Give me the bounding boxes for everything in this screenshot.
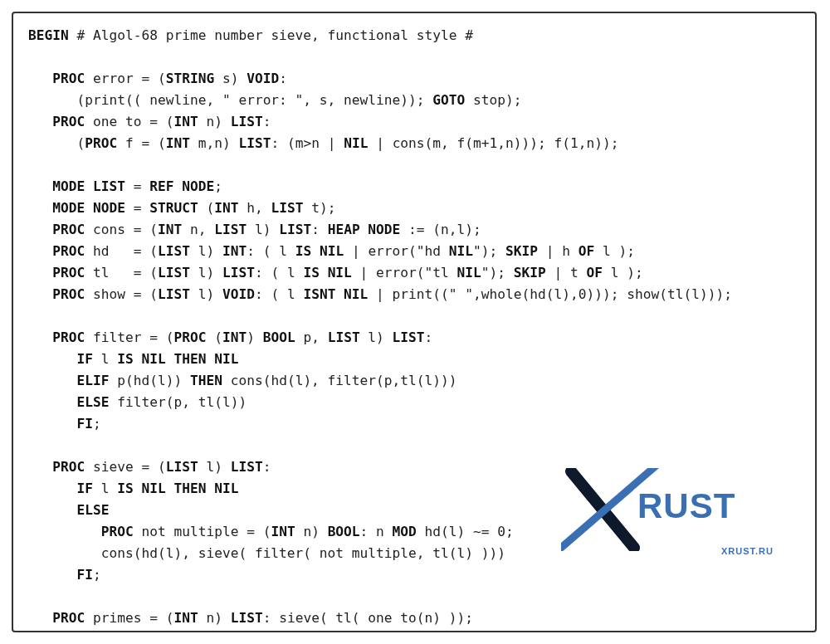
code-listing: BEGIN # Algol-68 prime number sieve, fun… [28, 25, 800, 632]
code-box: BEGIN # Algol-68 prime number sieve, fun… [12, 12, 817, 632]
